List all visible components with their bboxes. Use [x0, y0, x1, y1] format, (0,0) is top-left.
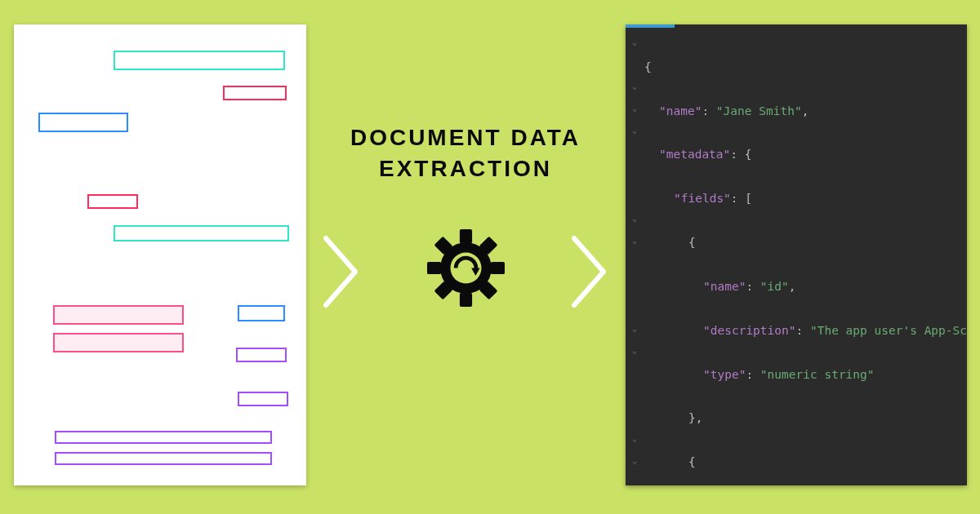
- document-field-box: [55, 452, 272, 465]
- center-caption-area: DOCUMENT DATA EXTRACTION: [318, 122, 612, 307]
- document-field-box: [114, 51, 285, 70]
- code-content: { "name": "Jane Smith", "metadata": { "f…: [644, 34, 967, 485]
- code-token: :: [730, 148, 744, 161]
- editor-active-tab-indicator: [626, 24, 675, 28]
- code-token: :: [746, 280, 760, 293]
- document-field-box: [223, 86, 287, 100]
- code-token: ,: [696, 411, 703, 424]
- heading-line-1: DOCUMENT DATA: [350, 125, 581, 150]
- code-token: {: [688, 236, 696, 249]
- code-token: {: [644, 60, 652, 73]
- code-token: ,: [789, 280, 796, 293]
- code-token: "fields": [674, 192, 731, 205]
- document-field-box: [238, 305, 285, 321]
- code-token: "name": [659, 104, 702, 117]
- source-document-panel: [14, 24, 306, 485]
- code-token: [: [745, 192, 752, 205]
- gear-refresh-icon: [427, 229, 505, 307]
- svg-rect-3: [490, 261, 504, 273]
- document-field-box: [87, 194, 138, 209]
- json-output-editor: ⌄ ⌄ ⌄ ⌄ ⌄ ⌄ ⌄ ⌄ ⌄ ⌄ { "name": "Jane Smit…: [626, 24, 967, 485]
- document-field-box: [53, 333, 184, 352]
- code-token: }: [688, 411, 696, 424]
- code-token: "Jane Smith": [716, 104, 802, 117]
- code-token: :: [731, 192, 745, 205]
- code-token: "The app user's App-Sc: [810, 324, 967, 337]
- code-token: {: [745, 148, 752, 161]
- document-field-box: [55, 431, 272, 444]
- code-token: "metadata": [659, 148, 730, 161]
- document-field-box: [53, 305, 184, 325]
- code-token: {: [688, 455, 696, 468]
- heading-line-2: EXTRACTION: [379, 156, 552, 181]
- code-token: "id": [760, 280, 789, 293]
- diagram-heading: DOCUMENT DATA EXTRACTION: [350, 122, 581, 184]
- document-field-box: [238, 392, 288, 406]
- code-token: :: [702, 104, 715, 117]
- document-field-box: [38, 113, 128, 132]
- document-field-box: [114, 225, 289, 241]
- code-token: :: [746, 368, 760, 381]
- svg-rect-2: [427, 261, 441, 273]
- code-token: :: [796, 324, 810, 337]
- code-token: "name": [703, 280, 746, 293]
- svg-rect-1: [459, 292, 471, 306]
- code-token: ,: [802, 104, 809, 117]
- code-token: "type": [703, 368, 746, 381]
- code-token: "description": [703, 324, 796, 337]
- document-field-box: [236, 348, 287, 362]
- svg-rect-0: [459, 229, 471, 243]
- code-token: "numeric string": [760, 368, 875, 381]
- editor-gutter: ⌄ ⌄ ⌄ ⌄ ⌄ ⌄ ⌄ ⌄ ⌄ ⌄: [626, 34, 644, 483]
